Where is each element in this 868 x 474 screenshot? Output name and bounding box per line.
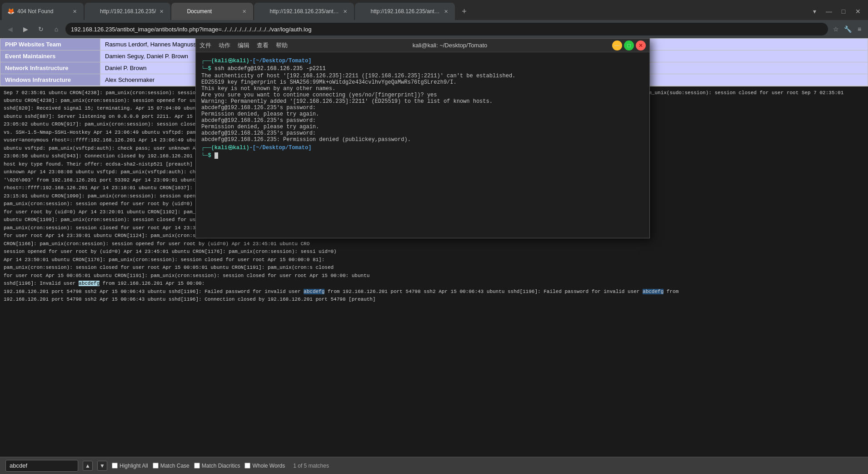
match-diacritics-checkbox[interactable] [194,463,200,469]
term-line3: ┌──(kali㉿kali)-[~/Desktop/Tomato] [201,144,644,151]
whole-words-checkbox[interactable] [244,463,250,469]
term-line4: └─$ [201,152,644,159]
terminal-window: 文件 动作 编辑 查看 帮助 kali@kali: ~/Desktop/Toma… [195,38,650,238]
terminal-minimize-button[interactable]: — [612,40,622,50]
tab1-favicon: 🦊 [7,8,15,15]
menu-icon[interactable]: ≡ [854,24,864,34]
window-controls: — □ ✕ [823,5,868,18]
tab4-label: http://192.168.126.235/antib… [269,8,339,15]
log-line: for user root Apr 15 00:05:01 ubuntu CRO… [4,272,864,280]
match-case-option[interactable]: Match Case [153,463,190,469]
tab-antibot4[interactable]: http://192.168.126.235/antib… ✕ [254,3,354,20]
menu-help[interactable]: 帮助 [276,41,288,50]
log-line: 192.168.126.201 port 54798 ssh2 Apr 15 0… [4,288,864,296]
maximize-button[interactable]: □ [837,5,850,18]
main-content: PHP Websites TeamRasmus Lerdorf, Hannes … [0,38,868,457]
log-line: sshd[1196]: Invalid user abcdefg from 19… [4,280,864,287]
home-button[interactable]: ⌂ [50,23,63,35]
terminal-titlebar: 文件 动作 编辑 查看 帮助 kali@kali: ~/Desktop/Toma… [196,39,649,52]
toolbar-icons: ☆ 🔧 ≡ [831,24,864,34]
tab3-close[interactable]: ✕ [240,8,248,15]
log-line: session opened for user root by (uid=0) … [4,248,864,256]
terminal-body[interactable]: ┌──(kali㉿kali)-[~/Desktop/Tomato] └─$ ss… [196,52,649,238]
find-prev-button[interactable]: ▲ [83,461,93,471]
back-button[interactable]: ◀ [4,23,16,35]
log-line: CRON[1166]: pam_unix(cron:session): sess… [4,240,864,248]
whole-words-label: Whole Words [252,463,285,469]
term-cursor [215,152,218,159]
tab-document[interactable]: Document ✕ [171,3,253,20]
tab-antibot5[interactable]: http://192.168.126.235/antib… ✕ [355,3,455,20]
menu-view[interactable]: 查看 [257,41,269,50]
match-case-checkbox[interactable] [153,463,159,469]
php-table-key: Windows Infrastructure [0,74,100,86]
menu-action[interactable]: 动作 [219,41,230,50]
new-tab-button[interactable]: + [458,5,470,18]
tab-bar: 🦊 404 Not Found ✕ http://192.168.126.235… [0,0,868,20]
tab4-close[interactable]: ✕ [341,8,349,15]
find-bar: ▲ ▼ Highlight All Match Case Match Diacr… [0,457,868,474]
term-line1: ┌──(kali㉿kali)-[~/Desktop/Tomato] [201,57,644,65]
close-button[interactable]: ✕ [852,5,864,18]
terminal-window-buttons: — □ ✕ [612,40,646,50]
tab3-favicon [177,8,184,15]
log-line: Apr 14 23:50:01 ubuntu CRON[1176]: pam_u… [4,256,864,264]
tab4-favicon [259,8,267,15]
menu-file[interactable]: 文件 [200,41,211,50]
tab5-favicon [360,8,368,15]
whole-words-option[interactable]: Whole Words [244,463,285,469]
php-table-key: Event Maintainers [0,50,100,62]
forward-button[interactable]: ▶ [19,23,32,35]
match-diacritics-option[interactable]: Match Diacritics [194,463,240,469]
highlight-all-checkbox[interactable] [112,463,118,469]
bookmark-icon[interactable]: ☆ [831,24,841,34]
menu-edit[interactable]: 编辑 [238,41,249,50]
highlighted-term: abcdefg [643,289,663,294]
find-count: 1 of 5 matches [293,463,329,469]
term-command1: ssh abcdefg@192.168.126.235 -p2211 [215,66,326,72]
term-line2: └─$ ssh abcdefg@192.168.126.235 -p2211 [201,66,644,72]
php-table-key: PHP Websites Team [0,39,100,50]
terminal-close-button[interactable]: ✕ [636,40,646,50]
terminal-menus: 文件 动作 编辑 查看 帮助 [200,41,288,50]
term-output-block: The authenticity of host '[192.168.126.2… [201,73,644,143]
tab1-label: 404 Not Found [17,8,69,15]
tab2-label: http://192.168.126.235/ [100,8,156,15]
tab2-close[interactable]: ✕ [158,8,165,15]
highlighted-term: abcdefg [79,281,100,286]
php-table-key: Network Infrastructure [0,62,100,74]
tab5-label: http://192.168.126.235/antib… [370,8,440,15]
highlight-all-label: Highlight All [120,463,148,469]
term-prompt1: ┌──(kali㉿kali) [201,58,249,64]
highlight-all-option[interactable]: Highlight All [112,463,148,469]
find-input[interactable] [5,460,78,472]
match-case-label: Match Case [160,463,190,469]
match-diacritics-label: Match Diacritics [202,463,240,469]
tab-url2[interactable]: http://192.168.126.235/ ✕ [85,3,170,20]
find-next-button[interactable]: ▼ [97,461,107,471]
minimize-button[interactable]: — [823,5,835,18]
tab5-close[interactable]: ✕ [442,8,449,15]
reload-button[interactable]: ↻ [35,23,47,35]
address-input[interactable] [65,23,828,35]
tab-overflow-button[interactable]: ▾ [808,5,821,18]
address-bar: ◀ ▶ ↻ ⌂ ☆ 🔧 ≡ [0,20,868,38]
tab3-label: Document [187,8,239,15]
tab2-favicon [90,8,97,15]
highlighted-term: abcdefg [304,289,324,294]
tab-404-not-found[interactable]: 🦊 404 Not Found ✕ [2,3,84,20]
log-line: 192.168.126.201 port 54798 ssh2 Apr 15 0… [4,296,864,303]
tab1-close[interactable]: ✕ [71,8,78,15]
terminal-title: kali@kali: ~/Desktop/Tomato [288,42,612,49]
log-line: pam_unix(cron:session): session closed f… [4,264,864,272]
terminal-maximize-button[interactable]: □ [624,40,634,50]
extensions-icon[interactable]: 🔧 [843,24,853,34]
